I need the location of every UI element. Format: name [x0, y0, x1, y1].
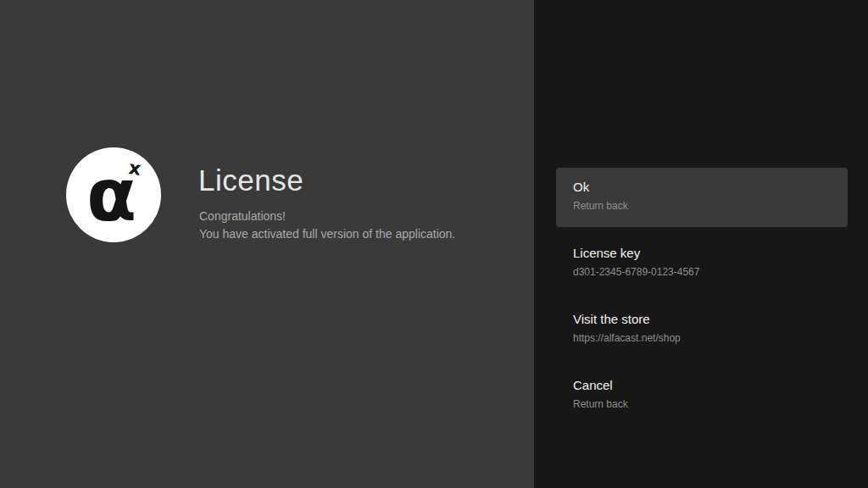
menu-item-license-key[interactable]: License key d301-2345-6789-0123-4567	[556, 234, 848, 293]
activation-message: Congratulations! You have activated full…	[199, 208, 455, 243]
menu-item-description: d301-2345-6789-0123-4567	[573, 266, 831, 279]
menu-item-visit-store[interactable]: Visit the store https://alfacast.net/sho…	[556, 300, 848, 359]
menu-item-label: Cancel	[573, 378, 831, 393]
activation-message-line-1: Congratulations!	[199, 208, 455, 225]
menu-item-description: Return back	[573, 200, 831, 213]
activation-message-line-2: You have activated full version of the a…	[199, 225, 455, 243]
menu-item-label: Ok	[573, 180, 831, 195]
page-title: License	[198, 164, 303, 197]
menu-item-label: Visit the store	[573, 312, 831, 327]
menu-item-description: Return back	[573, 398, 831, 411]
info-panel: α x License Congratulations! You have ac…	[0, 0, 534, 488]
menu-item-cancel[interactable]: Cancel Return back	[556, 366, 848, 425]
actions-menu: Ok Return back License key d301-2345-678…	[556, 168, 848, 432]
alfacast-logo-icon: α x	[66, 147, 161, 242]
menu-item-label: License key	[573, 246, 831, 261]
actions-panel: Ok Return back License key d301-2345-678…	[534, 0, 868, 488]
license-screen: α x License Congratulations! You have ac…	[0, 0, 868, 488]
alpha-superscript-x-icon: x	[127, 157, 142, 180]
menu-item-description: https://alfacast.net/shop	[573, 332, 831, 345]
menu-item-ok[interactable]: Ok Return back	[556, 168, 848, 227]
